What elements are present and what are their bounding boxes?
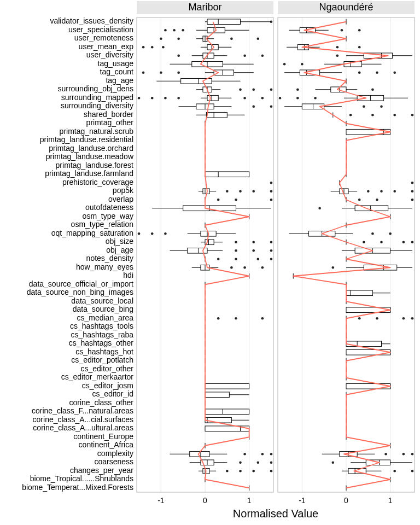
y-tick-label: primtag_landuse.forest <box>56 161 134 170</box>
y-tick-label: corine_class_other <box>69 398 133 407</box>
svg-point-226 <box>336 54 339 57</box>
box-row <box>205 409 249 415</box>
svg-rect-321 <box>346 290 372 296</box>
y-tick-label: primtag_landuse.residential <box>40 135 133 144</box>
y-tick-label: changes_per_year <box>70 466 133 475</box>
svg-point-65 <box>164 97 167 100</box>
y-tick-label: data_source_official_or_import <box>29 279 133 288</box>
svg-point-34 <box>177 54 180 57</box>
y-tick-label: cs_editor_potlatch <box>71 355 133 364</box>
svg-point-35 <box>243 54 246 57</box>
facet-title: Ngaoundéré <box>319 2 373 13</box>
y-tick-label: cs_editor_other <box>80 364 133 373</box>
svg-point-96 <box>239 190 242 192</box>
svg-point-231 <box>301 63 304 66</box>
svg-point-121 <box>252 241 255 243</box>
svg-rect-173 <box>205 417 231 423</box>
y-tick-label: cs_hashtags_hot <box>75 347 133 356</box>
y-tick-label: osm_type_relation <box>71 220 133 229</box>
x-tick-label: -1 <box>158 496 165 505</box>
svg-point-45 <box>177 71 180 74</box>
svg-point-286 <box>358 199 361 201</box>
y-tick-label: cs_editor_id <box>92 389 134 398</box>
box-row <box>346 383 390 389</box>
svg-point-68 <box>261 97 264 100</box>
y-tick-label: complexity <box>97 449 133 458</box>
y-tick-label: data_source_non_bing_images <box>27 288 133 296</box>
y-tick-label: cs_hashtags_raba <box>71 330 134 339</box>
svg-point-56 <box>239 88 242 91</box>
svg-point-74 <box>270 105 273 108</box>
svg-point-253 <box>314 97 317 100</box>
y-tick-label: primtag_landuse.meadow <box>46 152 134 161</box>
svg-rect-348 <box>346 383 390 389</box>
svg-point-101 <box>235 199 237 201</box>
svg-point-132 <box>235 258 237 260</box>
svg-rect-43 <box>214 70 234 75</box>
svg-point-374 <box>411 470 414 472</box>
box-row <box>205 426 249 431</box>
svg-point-122 <box>270 241 273 243</box>
y-tick-label: validator_issues_density <box>50 16 133 25</box>
y-tick-label: corine_class_A...ultural.areas <box>33 423 133 432</box>
svg-point-329 <box>358 317 361 320</box>
x-tick-label: 1 <box>388 496 393 505</box>
svg-point-316 <box>332 266 335 269</box>
y-tick-label: corine_class_A...cial.surfaces <box>33 415 133 424</box>
y-tick-label: cs_editor_josm <box>82 381 133 390</box>
y-tick-label: primtag_landuse.farmland <box>45 169 133 178</box>
x-tick-label: 0 <box>203 496 207 505</box>
y-tick-label: tag_usage <box>98 59 134 68</box>
svg-point-63 <box>138 97 141 100</box>
y-tick-label: tag_count <box>100 67 134 76</box>
svg-point-148 <box>217 317 220 320</box>
y-tick-label: how_many_eyes <box>76 262 133 271</box>
svg-point-134 <box>270 258 273 260</box>
svg-rect-177 <box>205 426 249 431</box>
svg-rect-337 <box>346 341 382 347</box>
x-tick-label: 1 <box>247 496 252 505</box>
svg-point-20 <box>160 37 162 40</box>
svg-point-95 <box>226 190 229 192</box>
svg-point-303 <box>363 241 365 243</box>
svg-point-150 <box>261 317 264 320</box>
y-tick-label: obj_age <box>106 246 133 254</box>
y-tick-label: cs_median_area <box>77 313 133 322</box>
svg-rect-160 <box>205 383 249 389</box>
box-row <box>346 307 390 313</box>
svg-point-373 <box>393 470 396 472</box>
svg-point-293 <box>318 207 321 209</box>
svg-point-47 <box>142 71 145 74</box>
svg-point-127 <box>235 249 237 252</box>
svg-point-114 <box>151 232 154 235</box>
svg-point-58 <box>270 88 273 91</box>
svg-point-149 <box>235 317 237 320</box>
svg-point-264 <box>411 114 414 116</box>
svg-point-102 <box>270 199 273 201</box>
y-tick-label: outofdateness <box>85 203 133 212</box>
svg-point-67 <box>243 97 246 100</box>
svg-point-221 <box>358 46 361 49</box>
svg-rect-326 <box>346 307 390 313</box>
svg-point-192 <box>239 461 242 464</box>
svg-rect-77 <box>206 112 227 118</box>
y-tick-label: user_mean_exp <box>79 42 134 51</box>
svg-point-113 <box>138 232 141 235</box>
svg-point-201 <box>252 470 255 472</box>
y-tick-label: surrounding_obj_dens <box>57 84 133 93</box>
svg-point-246 <box>371 88 374 91</box>
svg-point-64 <box>151 97 154 100</box>
box-row <box>346 129 390 135</box>
svg-point-7 <box>270 20 273 23</box>
svg-point-115 <box>164 232 167 235</box>
y-tick-label: cs_editor_merkaartor <box>61 372 134 381</box>
svg-point-100 <box>217 199 220 201</box>
svg-point-238 <box>376 71 378 74</box>
svg-point-27 <box>162 46 165 49</box>
svg-point-331 <box>402 317 405 320</box>
y-tick-label: coarseness <box>94 457 133 466</box>
svg-point-120 <box>235 241 237 243</box>
svg-point-131 <box>217 258 220 260</box>
svg-point-66 <box>177 97 180 100</box>
y-tick-label: obj_size <box>106 237 134 246</box>
